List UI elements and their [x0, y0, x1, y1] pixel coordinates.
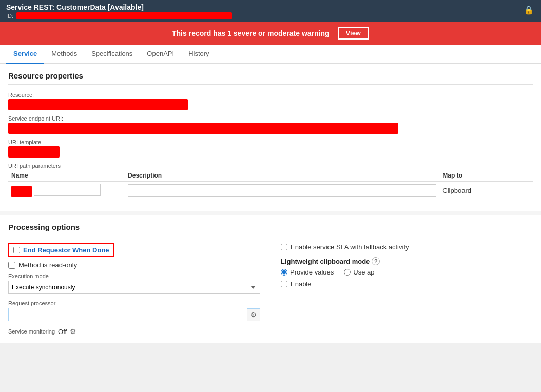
col-header-mapto: Map to — [439, 170, 533, 182]
tab-service[interactable]: Service — [6, 45, 44, 64]
param-name-redacted — [11, 186, 32, 197]
execution-mode-group: Execution mode Execute synchronously Exe… — [8, 273, 260, 294]
resource-value-redacted — [8, 99, 188, 110]
enable-row: Enable — [281, 280, 533, 288]
tab-openapi[interactable]: OpenAPI — [140, 45, 181, 64]
uri-params-table: Name Description Map to Cl — [8, 170, 533, 199]
service-monitoring-gear-icon[interactable]: ⚙ — [70, 327, 76, 336]
request-processor-label: Request processor — [8, 300, 260, 306]
service-monitoring-row: Service monitoring Off ⚙ — [8, 327, 260, 336]
warning-text: This record has 1 severe or moderate war… — [172, 29, 330, 37]
table-row: Clipboard — [8, 182, 533, 200]
method-readonly-checkbox[interactable] — [8, 262, 15, 269]
service-endpoint-value-redacted — [8, 123, 398, 134]
service-monitoring-value: Off — [58, 328, 67, 336]
service-endpoint-label: Service endpoint URI: — [8, 115, 533, 122]
page-title: Service REST: CustomerData [Available] — [6, 3, 535, 11]
enable-label: Enable — [291, 280, 311, 288]
end-requestor-label: End Requestor When Done — [23, 246, 109, 254]
param-mapto-cell: Clipboard — [439, 182, 533, 200]
resource-properties-title: Resource properties — [8, 71, 533, 85]
processing-options-section: Processing options End Requestor When Do… — [0, 215, 541, 343]
view-button[interactable]: View — [338, 27, 369, 40]
enable-checkbox[interactable] — [281, 281, 287, 287]
processing-two-col: End Requestor When Done Method is read-o… — [8, 243, 533, 336]
help-icon[interactable]: ? — [372, 257, 380, 265]
tab-history[interactable]: History — [181, 45, 216, 64]
col-header-name: Name — [8, 170, 125, 182]
col-header-description: Description — [125, 170, 439, 182]
use-ap-radio[interactable] — [344, 269, 351, 276]
tab-methods[interactable]: Methods — [44, 45, 84, 64]
record-id — [16, 12, 232, 19]
radio-row: Provide values Use ap — [281, 268, 533, 276]
tabs-container: Service Methods Specifications OpenAPI H… — [0, 45, 541, 64]
param-description-input[interactable] — [128, 184, 436, 197]
param-name-input[interactable] — [34, 184, 101, 196]
processing-options-title: Processing options — [8, 223, 533, 236]
end-requestor-checkbox[interactable] — [13, 247, 20, 253]
provide-values-label: Provide values — [290, 268, 334, 276]
processing-right-col: Enable service SLA with fallback activit… — [281, 243, 533, 336]
processing-left-col: End Requestor When Done Method is read-o… — [8, 243, 260, 336]
request-processor-settings-icon[interactable]: ⚙ — [247, 308, 260, 321]
execution-mode-label: Execution mode — [8, 273, 260, 279]
provide-values-radio[interactable] — [281, 269, 287, 276]
tab-specifications[interactable]: Specifications — [84, 45, 140, 64]
id-label: ID: — [6, 13, 13, 19]
uri-template-row: URI template — [8, 139, 533, 158]
method-readonly-row: Method is read-only — [8, 261, 260, 269]
provide-values-option: Provide values — [281, 268, 334, 276]
service-monitoring-label: Service monitoring — [8, 328, 55, 335]
request-processor-group: Request processor ⚙ — [8, 300, 260, 321]
use-ap-option: Use ap — [344, 268, 374, 276]
resource-label: Resource: — [8, 92, 533, 98]
method-readonly-label: Method is read-only — [18, 261, 77, 269]
sla-checkbox[interactable] — [281, 244, 287, 250]
execution-mode-select[interactable]: Execute synchronously Execute asynchrono… — [8, 281, 260, 294]
resource-properties-section: Resource properties Resource: Service en… — [0, 64, 541, 211]
lightweight-label: Lightweight clipboard mode ? — [281, 257, 533, 265]
lock-icon: 🔒 — [524, 5, 534, 15]
resource-row: Resource: — [8, 92, 533, 110]
uri-path-params-row: URI path parameters Name Description Map… — [8, 163, 533, 199]
sla-row: Enable service SLA with fallback activit… — [281, 243, 533, 251]
sla-label: Enable service SLA with fallback activit… — [291, 243, 409, 251]
end-requestor-row: End Requestor When Done — [8, 243, 114, 257]
request-processor-input-wrap: ⚙ — [8, 308, 260, 321]
warning-banner: This record has 1 severe or moderate war… — [0, 22, 541, 45]
uri-template-value-redacted — [8, 146, 60, 158]
service-endpoint-row: Service endpoint URI: — [8, 115, 533, 134]
lightweight-text: Lightweight clipboard mode — [281, 258, 370, 265]
uri-template-label: URI template — [8, 139, 533, 145]
request-processor-input[interactable] — [8, 308, 247, 321]
use-ap-label: Use ap — [353, 268, 374, 276]
uri-path-params-label: URI path parameters — [8, 163, 533, 169]
